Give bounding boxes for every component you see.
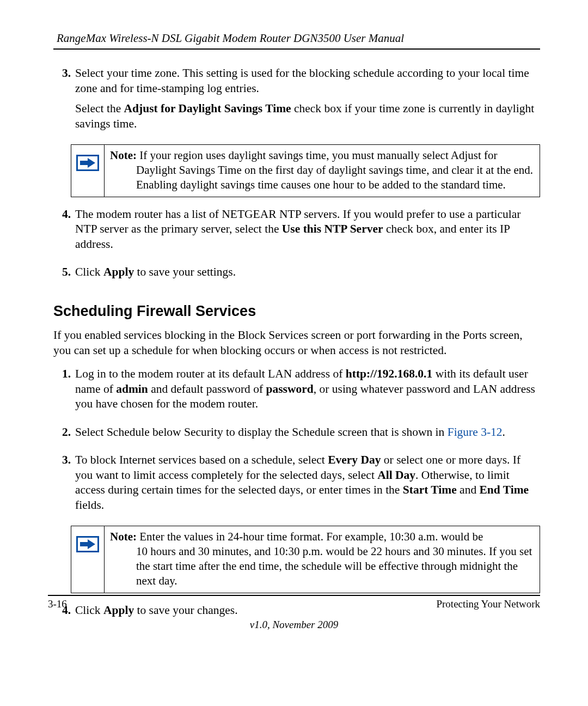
page-footer: 3-16 Protecting Your Network v1.0, Novem…: [48, 595, 540, 631]
paragraph: Select Schedule below Security to displa…: [75, 425, 540, 440]
paragraph: Click Apply to save your settings.: [75, 265, 540, 280]
paragraph: Select the Adjust for Daylight Savings T…: [75, 101, 540, 131]
svg-marker-1: [80, 539, 95, 549]
list-number: 3.: [53, 66, 75, 137]
heading-scheduling: Scheduling Firewall Services: [53, 302, 540, 321]
list-number: 5.: [53, 265, 75, 285]
figure-link[interactable]: Figure 3-12: [448, 425, 503, 439]
ordered-list-1: 3. Select your time zone. This setting i…: [53, 66, 540, 137]
section-title: Protecting Your Network: [436, 598, 540, 610]
intro-paragraph: If you enabled services blocking in the …: [53, 328, 540, 358]
paragraph: Log in to the modem router at its defaul…: [75, 367, 540, 412]
list-number: 3.: [53, 453, 75, 518]
note-text: Note: Enter the values in 24-hour time f…: [105, 526, 540, 593]
list-number: 2.: [53, 425, 75, 446]
version-line: v1.0, November 2009: [48, 619, 540, 631]
paragraph: The modem router has a list of NETGEAR N…: [75, 207, 540, 252]
note-box: Note: If your region uses daylight savin…: [71, 144, 540, 197]
footer-rule: [48, 595, 540, 596]
list-number: 4.: [53, 207, 75, 258]
note-icon-cell: [71, 526, 105, 593]
arrow-right-icon: [76, 155, 99, 171]
document-page: RangeMax Wireless-N DSL Gigabit Modem Ro…: [0, 0, 588, 623]
paragraph: Select your time zone. This setting is u…: [75, 66, 540, 96]
paragraph: To block Internet services based on a sc…: [75, 453, 540, 513]
note-text: Note: If your region uses daylight savin…: [105, 145, 540, 197]
page-number: 3-16: [48, 598, 67, 610]
arrow-right-icon: [76, 536, 99, 552]
note-icon-cell: [71, 145, 105, 197]
list-number: 1.: [53, 367, 75, 417]
svg-marker-0: [80, 158, 95, 168]
content: 3. Select your time zone. This setting i…: [53, 66, 540, 623]
note-box: Note: Enter the values in 24-hour time f…: [71, 526, 540, 593]
ordered-list-1b: 4. The modem router has a list of NETGEA…: [53, 207, 540, 285]
page-header: RangeMax Wireless-N DSL Gigabit Modem Ro…: [57, 32, 540, 45]
header-rule: [53, 48, 540, 50]
ordered-list-2: 1. Log in to the modem router at its def…: [53, 367, 540, 518]
